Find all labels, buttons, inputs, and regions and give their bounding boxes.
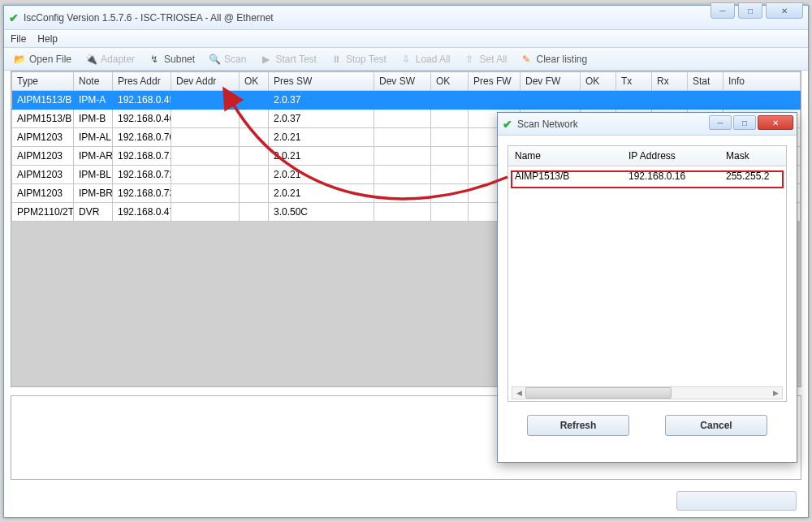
popup-title: Scan Network: [517, 119, 578, 130]
scroll-right-icon[interactable]: ▶: [769, 387, 782, 399]
subnet-button[interactable]: ↯Subnet: [142, 50, 201, 68]
col-presaddr[interactable]: Pres Addr: [113, 72, 171, 91]
col-info[interactable]: Info: [723, 72, 801, 91]
scan-icon: 🔍: [208, 53, 221, 66]
scan-network-dialog: ✔ Scan Network ─ □ ✕ Name IP Address Mas…: [497, 112, 797, 463]
footer-button[interactable]: [676, 491, 797, 511]
toolbar: 📂Open File 🔌Adapter ↯Subnet 🔍Scan ▶Start…: [4, 48, 808, 71]
popup-title-bar[interactable]: ✔ Scan Network ─ □ ✕: [498, 113, 797, 136]
col-stat[interactable]: Stat: [688, 72, 723, 91]
col-tx[interactable]: Tx: [616, 72, 652, 91]
refresh-button[interactable]: Refresh: [527, 415, 629, 436]
col-devsw[interactable]: Dev SW: [374, 72, 431, 91]
col-note[interactable]: Note: [74, 72, 113, 91]
col-ok[interactable]: OK: [240, 72, 269, 91]
table-row[interactable]: AIPM1513/BIPM-A192.168.0.452.0.37: [12, 91, 801, 110]
set-all-button[interactable]: ⇧Set All: [457, 50, 512, 68]
minimize-button[interactable]: ─: [710, 2, 735, 19]
popup-col-mask[interactable]: Mask: [719, 146, 786, 166]
cancel-button[interactable]: Cancel: [665, 415, 767, 436]
horizontal-scrollbar[interactable]: ◀ ▶: [512, 386, 783, 399]
start-test-button[interactable]: ▶Start Test: [253, 50, 322, 68]
adapter-icon: 🔌: [84, 53, 97, 66]
load-all-button[interactable]: ⇩Load All: [394, 50, 456, 68]
col-ok3[interactable]: OK: [581, 72, 616, 91]
close-button[interactable]: ✕: [766, 2, 803, 19]
popup-close-button[interactable]: ✕: [758, 115, 793, 130]
clear-icon: ✎: [520, 53, 533, 66]
title-bar[interactable]: ✔ IscConfig Version 1.5.7.6 - ISC-TRIOSE…: [4, 6, 808, 30]
subnet-icon: ↯: [148, 53, 161, 66]
col-devfw[interactable]: Dev FW: [520, 72, 581, 91]
scroll-left-icon[interactable]: ◀: [512, 387, 525, 399]
window-title: IscConfig Version 1.5.7.6 - ISC-TRIOSEA …: [24, 12, 274, 24]
clear-listing-button[interactable]: ✎Clear listing: [514, 50, 593, 68]
popup-minimize-button[interactable]: ─: [709, 115, 732, 130]
col-devaddr[interactable]: Dev Addr: [171, 72, 240, 91]
col-type[interactable]: Type: [12, 72, 74, 91]
pause-icon: ⏸: [330, 53, 343, 66]
menu-file[interactable]: File: [11, 33, 26, 45]
check-icon: ✔: [503, 118, 512, 131]
set-icon: ⇧: [463, 53, 476, 66]
popup-maximize-button[interactable]: □: [733, 115, 756, 130]
col-rx[interactable]: Rx: [652, 72, 688, 91]
open-file-button[interactable]: 📂Open File: [7, 50, 77, 68]
scan-results-list[interactable]: Name IP Address Mask AIMP1513/B 192.168.…: [508, 145, 787, 402]
menu-bar: File Help: [4, 30, 808, 48]
col-presfw[interactable]: Pres FW: [469, 72, 520, 91]
col-pressw[interactable]: Pres SW: [269, 72, 374, 91]
scan-button[interactable]: 🔍Scan: [202, 50, 252, 68]
popup-col-name[interactable]: Name: [508, 146, 622, 166]
stop-test-button[interactable]: ⏸Stop Test: [324, 50, 392, 68]
check-icon: ✔: [9, 11, 19, 24]
load-icon: ⇩: [400, 53, 412, 66]
table-header-row[interactable]: Type Note Pres Addr Dev Addr OK Pres SW …: [12, 72, 801, 91]
play-icon: ▶: [259, 53, 272, 66]
popup-col-ip[interactable]: IP Address: [622, 146, 719, 166]
menu-help[interactable]: Help: [37, 33, 58, 45]
scan-result-row[interactable]: AIMP1513/B 192.168.0.16 255.255.2: [508, 166, 786, 187]
col-ok2[interactable]: OK: [431, 72, 469, 91]
maximize-button[interactable]: □: [738, 2, 762, 19]
adapter-button[interactable]: 🔌Adapter: [79, 50, 140, 68]
folder-icon: 📂: [13, 53, 26, 66]
